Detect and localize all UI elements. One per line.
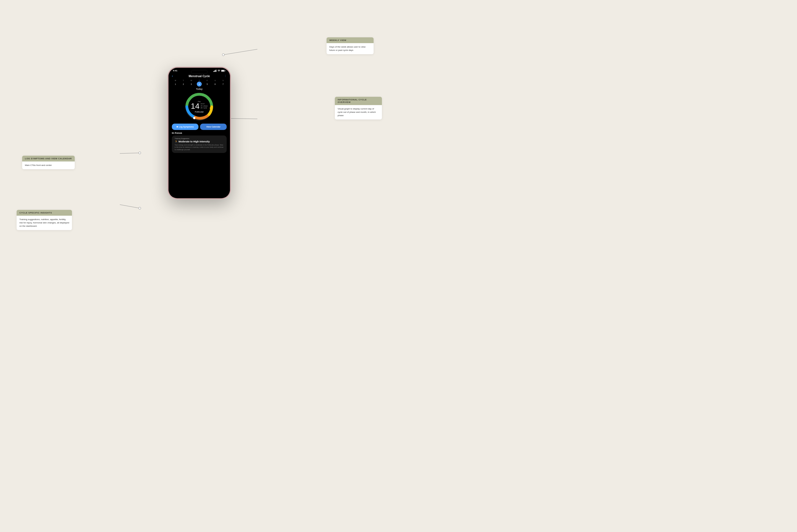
phone-mockup: 9:41 xyxy=(167,66,231,200)
day-num-fri: 5 xyxy=(205,81,210,87)
ring-stats: out of 15 / phase 28 / cycle xyxy=(201,103,208,109)
svg-line-6 xyxy=(120,205,140,208)
today-label: Today xyxy=(172,88,227,90)
ring-phase-name: Follicular xyxy=(195,111,204,113)
day-col-sun[interactable]: S 7 xyxy=(220,80,225,87)
phone-outer-frame: 9:41 xyxy=(167,66,231,200)
focus-title-text: Moderate to High Intensity xyxy=(179,140,210,143)
day-letter-sun: S xyxy=(222,80,223,81)
more-button[interactable]: ⋮ xyxy=(222,75,227,77)
focus-description: Your energy and strength is moderate in … xyxy=(175,144,224,151)
day-letter-wed: W xyxy=(191,80,192,81)
ring-cycle: 28 / cycle xyxy=(201,107,208,109)
view-calendar-label: View Calendar xyxy=(206,126,220,128)
screen-content: ‹ Menstrual Cycle ⋮ M 1 T 2 W xyxy=(168,73,230,197)
svg-line-0 xyxy=(223,49,257,55)
back-button[interactable]: ‹ xyxy=(172,74,176,78)
callout-cycle-insights: CYCLE SPECIFIC INSIGHTS Training suggest… xyxy=(17,210,72,230)
callout-insights-header: CYCLE SPECIFIC INSIGHTS xyxy=(17,210,72,216)
in-focus-section-label: In Focus xyxy=(172,132,227,134)
battery-icon xyxy=(221,70,225,72)
day-col-sat[interactable]: S 6 xyxy=(213,80,218,87)
day-num-tue: 2 xyxy=(181,81,186,87)
ring-day-info: 14 out of 15 / phase 28 / cycle xyxy=(191,102,208,110)
callout-cycle-overview-header: INFORMATIONAL CYCLE OVERVIEW xyxy=(335,97,382,105)
view-calendar-button[interactable]: View Calendar xyxy=(200,124,227,130)
dynamic-island xyxy=(191,70,207,74)
day-letter-tue: T xyxy=(183,80,184,81)
callout-insights-body: Training suggestions, nutrition, appetit… xyxy=(17,216,72,230)
svg-point-17 xyxy=(210,107,212,109)
status-time: 9:41 xyxy=(173,70,177,72)
svg-point-1 xyxy=(222,54,224,56)
day-num-mon: 1 xyxy=(173,81,178,87)
svg-rect-13 xyxy=(221,70,224,71)
callout-weekly-view: WEEKLY VIEW Days of the week allows user… xyxy=(327,37,374,54)
day-col-wed[interactable]: W 3 xyxy=(189,80,194,87)
phone-screen: 9:41 xyxy=(168,68,230,198)
day-num-thu: 4 xyxy=(197,81,202,87)
day-letter-mon: M xyxy=(175,80,176,81)
callout-log-header: LOG SYMPTOMS AND VIEW CALENDAR xyxy=(22,156,75,162)
status-icons xyxy=(213,70,225,72)
day-col-tue[interactable]: T 2 xyxy=(181,80,186,87)
focus-tag: Training Suggestion xyxy=(175,138,224,139)
wifi-icon xyxy=(218,70,220,72)
day-col-thu[interactable]: T 4 xyxy=(197,80,202,87)
week-calendar: M 1 T 2 W 3 T 4 xyxy=(172,79,227,87)
focus-title: 🏃 Moderate to High Intensity xyxy=(175,140,224,143)
svg-line-4 xyxy=(120,153,140,153)
callout-log-body: Main CTAs front and center xyxy=(22,162,75,169)
focus-card[interactable]: Training Suggestion 🏃 Moderate to High I… xyxy=(172,135,227,153)
callout-log-symptoms: LOG SYMPTOMS AND VIEW CALENDAR Main CTAs… xyxy=(22,156,75,169)
callout-cycle-overview: INFORMATIONAL CYCLE OVERVIEW Visual grap… xyxy=(335,97,382,119)
ring-center: Day 14 out of 15 / phase 28 / cycle Foll… xyxy=(191,101,208,113)
day-letter-sat: S xyxy=(215,80,216,81)
day-col-mon[interactable]: M 1 xyxy=(173,80,178,87)
day-letter-thu: T xyxy=(199,80,200,81)
log-symptoms-label: Log Symptoms xyxy=(179,126,194,128)
ring-out-of: out of xyxy=(201,103,208,105)
day-num-sat: 6 xyxy=(213,81,218,87)
log-dot-icon xyxy=(177,126,178,128)
log-symptoms-button[interactable]: Log Symptoms xyxy=(172,124,198,130)
svg-rect-11 xyxy=(216,70,216,72)
cycle-ring-container: Day 14 out of 15 / phase 28 / cycle Foll… xyxy=(172,92,227,122)
day-col-fri[interactable]: F 5 xyxy=(205,80,210,87)
day-num-wed: 3 xyxy=(189,81,194,87)
svg-point-7 xyxy=(139,207,141,209)
svg-point-16 xyxy=(193,117,195,119)
day-letter-fri: F xyxy=(207,80,208,81)
callout-cycle-overview-body: Visual graph to display current day of c… xyxy=(335,105,382,119)
page-title: Menstrual Cycle xyxy=(176,75,222,78)
focus-icon: 🏃 xyxy=(175,140,178,143)
svg-rect-14 xyxy=(225,70,225,71)
callout-weekly-view-body: Days of the week allows user to view fut… xyxy=(327,43,374,54)
callout-weekly-view-header: WEEKLY VIEW xyxy=(327,37,374,43)
svg-rect-9 xyxy=(214,71,215,72)
svg-point-5 xyxy=(139,152,141,154)
svg-rect-8 xyxy=(213,71,214,72)
svg-rect-10 xyxy=(215,70,216,72)
signal-icon xyxy=(213,70,217,72)
day-num-sun: 7 xyxy=(220,81,225,87)
ring-phase: 15 / phase xyxy=(201,105,208,107)
ring-day-number: 14 xyxy=(191,102,200,110)
cta-buttons: Log Symptoms View Calendar xyxy=(172,124,227,130)
